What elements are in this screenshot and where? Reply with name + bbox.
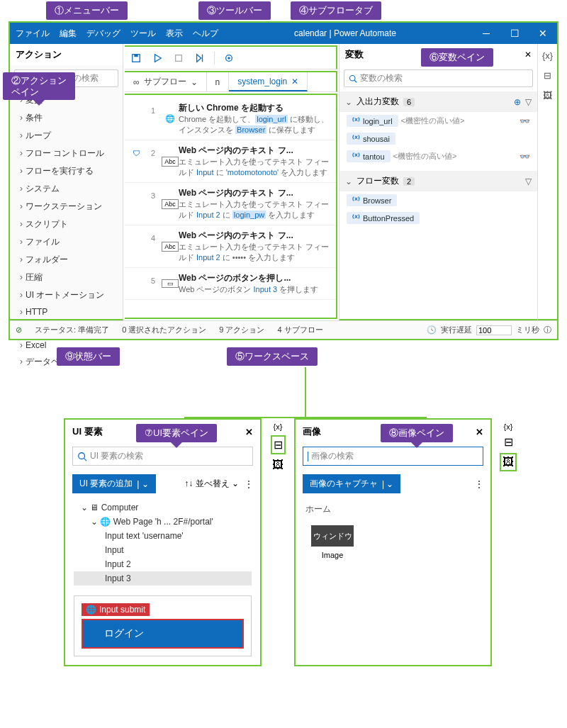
subflow-dropdown[interactable]: ∞ サブフロー ⌄ xyxy=(125,72,207,91)
add-ui-element-button[interactable]: UI 要素の追加 | ⌄ xyxy=(72,474,156,493)
tab-main[interactable]: n xyxy=(207,72,230,91)
record-icon[interactable] xyxy=(222,51,236,65)
var-rail-icon[interactable]: {x} xyxy=(274,422,283,431)
ui-rail-icon[interactable]: ⊟ xyxy=(541,68,555,82)
action-category[interactable]: 条件 xyxy=(10,109,123,127)
action-category[interactable]: フォルダー xyxy=(10,251,123,269)
img-rail-icon[interactable]: 🖼 xyxy=(541,88,555,102)
ui-panel-title: UI 要素 xyxy=(72,425,103,438)
var-rail-icon[interactable]: {x} xyxy=(504,422,513,431)
tree-leaf[interactable]: Input xyxy=(74,543,252,557)
step-number: 1 xyxy=(145,102,162,135)
var-chip[interactable]: ⁽ˣ⁾Browser xyxy=(347,194,397,206)
img-rail-icon[interactable]: 🖼 xyxy=(500,453,517,471)
action-category[interactable]: スクリプト xyxy=(10,215,123,233)
step-number: 3 xyxy=(145,187,162,220)
callout-6: ⑥変数ペイン xyxy=(421,48,493,67)
close-button[interactable]: ✕ xyxy=(529,23,557,44)
sort-button[interactable]: ↑↓ 並べ替え ⌄ xyxy=(184,478,239,490)
more-icon[interactable]: ⋮ xyxy=(475,479,483,489)
tab-close-icon[interactable]: ✕ xyxy=(291,77,298,86)
stop-icon[interactable] xyxy=(172,51,186,65)
delay-input[interactable] xyxy=(476,325,512,335)
vars-close-icon[interactable]: ✕ xyxy=(524,50,532,60)
step-title: Web ページ内のテキスト フ... xyxy=(179,145,333,157)
tree-leaf[interactable]: Input text 'username' xyxy=(74,529,252,543)
run-icon[interactable] xyxy=(150,51,164,65)
image-thumbnail[interactable]: ウィンドウ xyxy=(311,525,354,547)
menu-help[interactable]: ヘルプ xyxy=(193,28,218,40)
ui-rail-icon[interactable]: ⊟ xyxy=(504,435,513,449)
menu-edit[interactable]: 編集 xyxy=(60,28,77,40)
menu-view[interactable]: 表示 xyxy=(166,28,183,40)
var-rail-icon[interactable]: {x} xyxy=(541,48,555,62)
menu-tools[interactable]: ツール xyxy=(130,28,156,40)
chevron-down-icon: ⌄ xyxy=(345,97,352,107)
svg-rect-3 xyxy=(134,54,137,57)
action-category[interactable]: 圧縮 xyxy=(10,269,123,286)
menu-debug[interactable]: デバッグ xyxy=(86,28,120,40)
step-title: Web ページ内のテキスト フ... xyxy=(179,230,333,242)
ui-rail-icon[interactable]: ⊟ xyxy=(271,435,286,454)
ui-search[interactable]: UI 要素の検索 xyxy=(72,447,253,466)
tree-leaf-selected[interactable]: Input 3 xyxy=(74,571,252,586)
img-folder: ホーム xyxy=(297,498,489,521)
action-category[interactable]: システム xyxy=(10,180,123,198)
flow-vars-section[interactable]: ⌄ フロー変数 2 ▽ xyxy=(339,171,537,191)
toolbar xyxy=(125,45,337,69)
step-desc: エミュレート入力を使ってテキスト フィールド Input 2 に ••••• を… xyxy=(179,242,333,263)
var-chip[interactable]: ⁽ˣ⁾ButtonPressed xyxy=(347,212,420,224)
var-chip[interactable]: ⁽ˣ⁾tantou xyxy=(347,150,391,162)
menu-file[interactable]: ファイル xyxy=(16,28,50,40)
tree-root[interactable]: ⌄ 🖥 Computer xyxy=(74,500,252,515)
more-icon[interactable]: ⋮ xyxy=(245,479,253,489)
action-category[interactable]: フローを実行する xyxy=(10,162,123,180)
info-icon[interactable]: ⓘ xyxy=(544,325,551,335)
step-title: 新しい Chrome を起動する xyxy=(179,102,333,114)
action-category[interactable]: ループ xyxy=(10,127,123,145)
save-icon[interactable] xyxy=(129,51,143,65)
action-step[interactable]: 5 ▭ Web ページのボタンを押し... Web ページのボタン Input … xyxy=(125,268,336,300)
vars-search[interactable]: 変数の検索 xyxy=(344,69,533,87)
io-count-badge: 6 xyxy=(403,98,415,106)
status-subflows: 4 サブフロー xyxy=(278,325,323,335)
img-rail-icon[interactable]: 🖼 xyxy=(272,459,284,471)
action-category[interactable]: フロー コントロール xyxy=(10,145,123,162)
tree-leaf[interactable]: Input 2 xyxy=(74,557,252,571)
add-var-icon[interactable]: ⊕ xyxy=(514,97,521,107)
step-icon[interactable] xyxy=(193,51,207,65)
img-panel-title: 画像 xyxy=(303,425,321,438)
io-vars-section[interactable]: ⌄ 入出力変数 6 ⊕ ▽ xyxy=(339,91,537,112)
action-step[interactable]: 1 🌐 新しい Chrome を起動する Chrome を起動して、login_… xyxy=(125,98,336,140)
var-chip[interactable]: ⁽ˣ⁾shousai xyxy=(347,133,395,145)
minimize-button[interactable]: ─ xyxy=(472,23,500,44)
action-category[interactable]: ワークステーション xyxy=(10,198,123,215)
callout-8: ⑧画像ペイン xyxy=(381,424,453,442)
action-category[interactable]: ファイル xyxy=(10,233,123,251)
step-desc: Chrome を起動して、login_url に移動し、インスタンスを Brow… xyxy=(179,114,333,135)
img-search[interactable]: 画像の検索 xyxy=(303,447,483,466)
svg-line-13 xyxy=(84,458,87,461)
capture-image-button[interactable]: 画像のキャプチャ | ⌄ xyxy=(303,474,400,493)
action-category[interactable]: HTTP xyxy=(10,304,123,320)
action-step[interactable]: 4 Abc Web ページ内のテキスト フ... エミュレート入力を使ってテキス… xyxy=(125,225,336,268)
tab-active[interactable]: system_login ✕ xyxy=(229,72,308,91)
step-number: 5 xyxy=(145,272,162,295)
panel-close-icon[interactable]: ✕ xyxy=(245,427,253,437)
filter-icon[interactable]: ▽ xyxy=(525,177,532,186)
action-step[interactable]: 3 Abc Web ページ内のテキスト フ... エミュレート入力を使ってテキス… xyxy=(125,183,336,225)
ui-search-placeholder: UI 要素の検索 xyxy=(90,450,143,462)
io-section-label: 入出力変数 xyxy=(357,96,399,108)
action-category[interactable]: UI オートメーション xyxy=(10,286,123,304)
panel-close-icon[interactable]: ✕ xyxy=(476,427,483,437)
maximize-button[interactable]: ☐ xyxy=(500,23,529,44)
step-number: 2 xyxy=(145,145,162,178)
svg-point-9 xyxy=(228,57,230,60)
right-rail: {x} ⊟ 🖼 xyxy=(537,44,557,320)
filter-icon[interactable]: ▽ xyxy=(525,97,532,107)
var-chip[interactable]: ⁽ˣ⁾login_url xyxy=(347,115,398,127)
svg-rect-5 xyxy=(176,55,182,61)
menu-bar: ファイル 編集 デバッグ ツール 表示 ヘルプ xyxy=(10,28,218,40)
tree-page[interactable]: ⌄ 🌐 Web Page 'h ... 2F#/portal' xyxy=(74,515,252,529)
action-step[interactable]: 🛡 2 Abc Web ページ内のテキスト フ... エミュレート入力を使ってテ… xyxy=(125,140,336,183)
